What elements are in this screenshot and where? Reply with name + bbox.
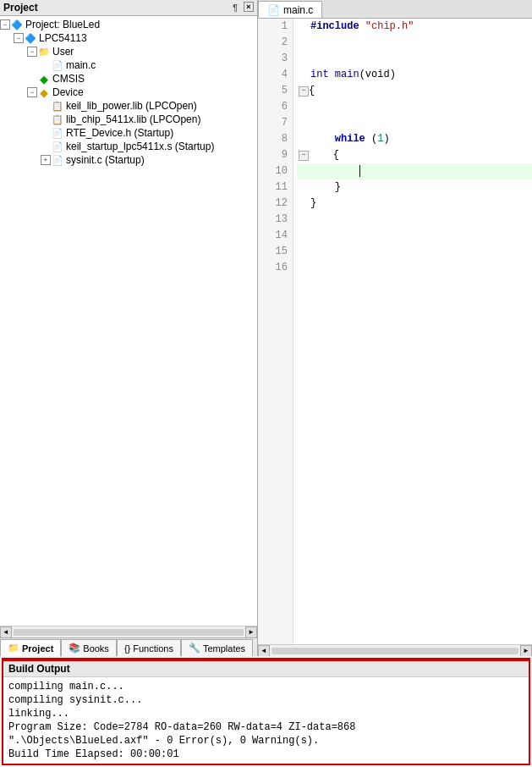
tree-item-user[interactable]: −📁User — [0, 45, 257, 58]
build-output-line: linking... — [8, 707, 524, 720]
build-output-line: ".\Objects\BlueLed.axf" - 0 Error(s), 0 … — [8, 734, 524, 748]
collapse-icon[interactable]: − — [14, 33, 24, 43]
tree-icon-lpc54113: 🔷 — [24, 32, 37, 44]
project-tab-books-tab[interactable]: 📚Books — [61, 639, 117, 656]
code-line-10[interactable] — [297, 163, 532, 179]
line-number-7: 7 — [258, 115, 288, 131]
tree-label-device: Device — [52, 86, 84, 98]
tree-icon-keil-lib-power: 📋 — [51, 100, 64, 112]
tree-icon-rte-device: 📄 — [51, 127, 64, 139]
tree-label-keil-lib-power: keil_lib_power.lib (LPCOpen) — [66, 100, 197, 112]
build-output: Build Output compiling main.c...compilin… — [3, 659, 529, 764]
code-line-16[interactable] — [297, 260, 532, 276]
code-line-7[interactable] — [297, 115, 532, 131]
tree-item-sysinit[interactable]: +📄sysinit.c (Startup) — [0, 153, 257, 167]
tree-label-sysinit: sysinit.c (Startup) — [66, 154, 145, 166]
code-line-12[interactable]: } — [297, 196, 532, 212]
close-icon[interactable]: × — [244, 2, 254, 12]
build-output-wrapper: Build Output compiling main.c...compilin… — [2, 658, 530, 765]
tree-icon-sysinit: 📄 — [51, 154, 64, 166]
tab-label-project-tab: Project — [22, 643, 53, 654]
project-tree: −🔷Project: BlueLed−🔷LPC54113−📁User📄main.… — [0, 16, 257, 626]
tree-label-rte-device: RTE_Device.h (Startup) — [66, 127, 173, 139]
fold-icon-5[interactable]: − — [299, 86, 309, 97]
line-number-6: 6 — [258, 99, 288, 115]
editor-tab-bar: 📄 main.c — [258, 0, 532, 19]
code-line-6[interactable] — [297, 99, 532, 115]
editor-hscrollbar: ◄ ► — [258, 644, 532, 656]
code-line-3[interactable] — [297, 51, 532, 67]
code-line-13[interactable] — [297, 212, 532, 228]
tree-label-cmsis: CMSIS — [52, 73, 85, 85]
code-line-4[interactable]: int main(void) — [297, 67, 532, 83]
line-number-2: 2 — [258, 35, 288, 51]
tree-item-device[interactable]: −◆Device — [0, 86, 257, 99]
tree-item-main-c[interactable]: 📄main.c — [0, 58, 257, 72]
project-tab-templates-tab[interactable]: 🔧Templates — [181, 639, 253, 656]
line-number-15: 15 — [258, 244, 288, 260]
tree-item-lpc54113[interactable]: −🔷LPC54113 — [0, 31, 257, 45]
code-text-1: #include "chip.h" — [310, 19, 414, 35]
tree-item-project-root[interactable]: −🔷Project: BlueLed — [0, 18, 257, 31]
project-scrollbar: ◄ ► — [0, 626, 257, 637]
project-tab-project-tab[interactable]: 📁Project — [0, 639, 61, 656]
collapse-icon[interactable]: − — [0, 19, 10, 30]
code-area[interactable]: #include "chip.h"int main(void)−{ while … — [293, 19, 532, 644]
tab-icon-templates-tab: 🔧 — [189, 643, 200, 654]
collapse-icon[interactable]: − — [27, 87, 37, 97]
expand-icon[interactable]: + — [41, 155, 51, 165]
main-area: Project ¶ × −🔷Project: BlueLed−🔷LPC54113… — [0, 0, 532, 656]
line-number-16: 16 — [258, 260, 288, 276]
line-number-12: 12 — [258, 196, 288, 212]
tree-item-keil-lib-power[interactable]: 📋keil_lib_power.lib (LPCOpen) — [0, 99, 257, 113]
line-number-3: 3 — [258, 51, 288, 67]
editor-tab-main-c[interactable]: 📄 main.c — [258, 1, 322, 18]
tree-item-lib-chip[interactable]: 📋lib_chip_5411x.lib (LPCOpen) — [0, 113, 257, 126]
code-text-10 — [310, 163, 360, 179]
project-tab-functions-tab[interactable]: {}Functions — [117, 639, 181, 656]
editor-scroll-left[interactable]: ◄ — [258, 645, 270, 657]
scrollbar-track[interactable] — [14, 629, 244, 636]
code-line-14[interactable] — [297, 228, 532, 244]
project-panel-header: Project ¶ × — [0, 0, 257, 16]
code-line-15[interactable] — [297, 244, 532, 260]
code-text-11: } — [310, 179, 341, 196]
line-numbers: 12345678910111213141516 — [258, 19, 293, 644]
editor-scroll-right[interactable]: ► — [520, 645, 532, 657]
tree-item-rte-device[interactable]: 📄RTE_Device.h (Startup) — [0, 126, 257, 140]
tree-icon-keil-startup: 📄 — [51, 141, 64, 152]
tree-icon-lib-chip: 📋 — [51, 113, 64, 125]
code-line-5[interactable]: −{ — [297, 83, 532, 99]
editor-panel: 📄 main.c 12345678910111213141516 #includ… — [258, 0, 532, 656]
code-text-5: { — [309, 83, 315, 99]
code-line-11[interactable]: } — [297, 179, 532, 196]
tab-icon-project-tab: 📁 — [8, 643, 19, 654]
code-text-9: { — [309, 147, 339, 163]
line-number-9: 9 — [258, 147, 288, 163]
editor-tab-label: main.c — [283, 4, 313, 16]
project-header-left: Project — [3, 2, 38, 14]
editor-tab-icon: 📄 — [267, 4, 280, 16]
build-output-line: compiling main.c... — [8, 680, 524, 693]
pin-icon[interactable]: ¶ — [229, 2, 241, 14]
scroll-left-arrow[interactable]: ◄ — [0, 626, 12, 638]
tree-icon-user: 📁 — [37, 46, 51, 58]
build-output-header: Build Output — [3, 661, 529, 677]
collapse-icon[interactable]: − — [27, 47, 37, 57]
tree-item-cmsis[interactable]: ◆CMSIS — [0, 72, 257, 86]
tree-label-user: User — [52, 46, 74, 58]
tree-icon-main-c: 📄 — [51, 59, 64, 71]
code-line-9[interactable]: − { — [297, 147, 532, 163]
code-text-8: while (1) — [310, 131, 390, 147]
project-tabs: 📁Project📚Books{}Functions🔧Templates — [0, 637, 257, 656]
code-line-1[interactable]: #include "chip.h" — [297, 19, 532, 35]
line-number-5: 5 — [258, 83, 288, 99]
line-number-1: 1 — [258, 19, 288, 35]
fold-icon-9[interactable]: − — [299, 151, 309, 161]
tree-item-keil-startup[interactable]: 📄keil_startup_lpc5411x.s (Startup) — [0, 140, 257, 153]
code-line-2[interactable] — [297, 35, 532, 51]
scroll-right-arrow[interactable]: ► — [245, 626, 257, 638]
code-line-8[interactable]: while (1) — [297, 131, 532, 147]
editor-scrollbar-track[interactable] — [271, 648, 518, 654]
build-output-line: Build Time Elapsed: 00:00:01 — [8, 748, 524, 761]
